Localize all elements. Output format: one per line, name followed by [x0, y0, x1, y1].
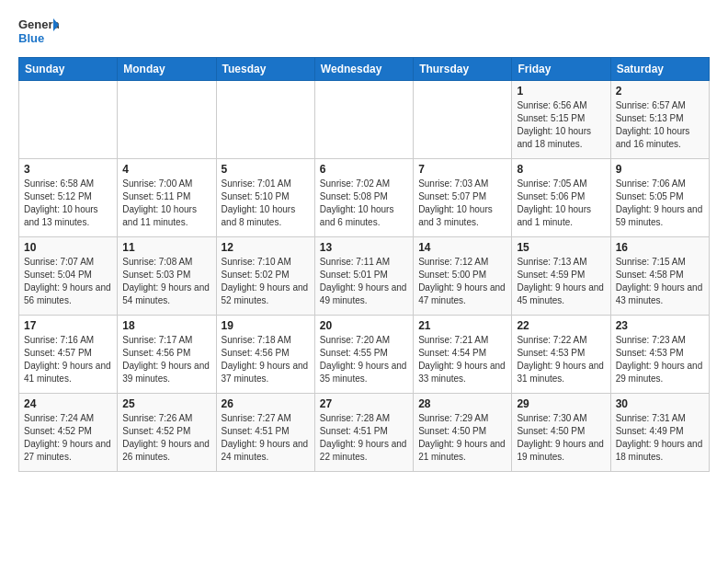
day-number: 16: [616, 241, 704, 254]
page: General Blue SundayMondayTuesdayWednesda…: [0, 0, 728, 481]
day-number: 15: [517, 241, 605, 254]
calendar-cell: 13Sunrise: 7:11 AMSunset: 5:01 PMDayligh…: [314, 237, 413, 316]
sunrise-text: Sunrise: 7:29 AM: [418, 413, 488, 423]
calendar-cell: 14Sunrise: 7:12 AMSunset: 5:00 PMDayligh…: [414, 237, 512, 316]
calendar-cell: 3Sunrise: 6:58 AMSunset: 5:12 PMDaylight…: [19, 159, 118, 237]
day-info: Sunrise: 7:23 AMSunset: 4:53 PMDaylight:…: [616, 334, 704, 385]
week-row-2: 3Sunrise: 6:58 AMSunset: 5:12 PMDaylight…: [19, 159, 710, 237]
svg-text:Blue: Blue: [18, 31, 44, 45]
day-number: 12: [222, 241, 310, 254]
daylight-text: Daylight: 10 hours and 3 minutes.: [418, 204, 493, 227]
calendar-cell: 1Sunrise: 6:56 AMSunset: 5:15 PMDaylight…: [512, 81, 610, 159]
day-info: Sunrise: 6:57 AMSunset: 5:13 PMDaylight:…: [616, 99, 704, 151]
calendar-cell: 11Sunrise: 7:08 AMSunset: 5:03 PMDayligh…: [118, 237, 216, 316]
day-number: 11: [122, 241, 210, 254]
calendar-cell: 9Sunrise: 7:06 AMSunset: 5:05 PMDaylight…: [610, 159, 709, 237]
daylight-text: Daylight: 9 hours and 18 minutes.: [616, 439, 703, 462]
sunset-text: Sunset: 4:55 PM: [320, 348, 388, 358]
calendar-body: 1Sunrise: 6:56 AMSunset: 5:15 PMDaylight…: [19, 81, 710, 472]
weekday-header-sunday: Sunday: [19, 58, 118, 81]
daylight-text: Daylight: 9 hours and 33 minutes.: [418, 361, 506, 384]
daylight-text: Daylight: 9 hours and 43 minutes.: [616, 282, 703, 305]
sunset-text: Sunset: 5:13 PM: [616, 113, 684, 123]
calendar-cell: 15Sunrise: 7:13 AMSunset: 4:59 PMDayligh…: [512, 237, 610, 316]
day-info: Sunrise: 7:20 AMSunset: 4:55 PMDaylight:…: [320, 334, 408, 385]
daylight-text: Daylight: 9 hours and 27 minutes.: [24, 439, 111, 462]
sunrise-text: Sunrise: 7:26 AM: [122, 413, 192, 423]
day-number: 24: [24, 397, 112, 410]
daylight-text: Daylight: 10 hours and 18 minutes.: [517, 126, 591, 149]
daylight-text: Daylight: 9 hours and 29 minutes.: [616, 361, 703, 384]
sunset-text: Sunset: 5:06 PM: [517, 191, 585, 201]
day-info: Sunrise: 7:18 AMSunset: 4:56 PMDaylight:…: [222, 334, 310, 385]
daylight-text: Daylight: 9 hours and 21 minutes.: [418, 439, 506, 462]
week-row-5: 24Sunrise: 7:24 AMSunset: 4:52 PMDayligh…: [19, 394, 710, 472]
daylight-text: Daylight: 9 hours and 35 minutes.: [320, 361, 407, 384]
calendar-cell: [314, 81, 413, 159]
weekday-header-thursday: Thursday: [414, 58, 512, 81]
daylight-text: Daylight: 9 hours and 22 minutes.: [320, 439, 407, 462]
weekday-header-monday: Monday: [118, 58, 216, 81]
calendar-cell: 4Sunrise: 7:00 AMSunset: 5:11 PMDaylight…: [118, 159, 216, 237]
calendar-cell: 30Sunrise: 7:31 AMSunset: 4:49 PMDayligh…: [610, 394, 709, 472]
sunset-text: Sunset: 4:56 PM: [122, 348, 190, 358]
sunset-text: Sunset: 5:12 PM: [24, 191, 92, 201]
sunset-text: Sunset: 5:01 PM: [320, 270, 388, 280]
daylight-text: Daylight: 9 hours and 41 minutes.: [24, 361, 111, 384]
calendar-cell: 22Sunrise: 7:22 AMSunset: 4:53 PMDayligh…: [512, 316, 610, 394]
daylight-text: Daylight: 10 hours and 13 minutes.: [24, 204, 98, 227]
daylight-text: Daylight: 10 hours and 11 minutes.: [122, 204, 197, 227]
calendar-cell: 24Sunrise: 7:24 AMSunset: 4:52 PMDayligh…: [19, 394, 118, 472]
sunrise-text: Sunrise: 6:57 AM: [616, 100, 686, 110]
day-info: Sunrise: 7:24 AMSunset: 4:52 PMDaylight:…: [24, 412, 112, 464]
calendar-cell: 21Sunrise: 7:21 AMSunset: 4:54 PMDayligh…: [414, 316, 512, 394]
daylight-text: Daylight: 9 hours and 59 minutes.: [616, 204, 703, 227]
sunrise-text: Sunrise: 7:22 AM: [517, 335, 586, 345]
calendar-cell: 2Sunrise: 6:57 AMSunset: 5:13 PMDaylight…: [610, 81, 709, 159]
day-info: Sunrise: 7:11 AMSunset: 5:01 PMDaylight:…: [320, 256, 408, 307]
daylight-text: Daylight: 10 hours and 8 minutes.: [222, 204, 296, 227]
day-number: 1: [517, 85, 605, 98]
day-info: Sunrise: 7:12 AMSunset: 5:00 PMDaylight:…: [418, 256, 506, 307]
weekday-header-friday: Friday: [512, 58, 610, 81]
calendar-cell: 19Sunrise: 7:18 AMSunset: 4:56 PMDayligh…: [216, 316, 314, 394]
sunset-text: Sunset: 5:11 PM: [122, 191, 190, 201]
daylight-text: Daylight: 9 hours and 37 minutes.: [222, 361, 309, 384]
daylight-text: Daylight: 9 hours and 47 minutes.: [418, 282, 506, 305]
day-info: Sunrise: 7:08 AMSunset: 5:03 PMDaylight:…: [122, 256, 210, 307]
day-number: 22: [517, 319, 605, 332]
sunrise-text: Sunrise: 7:28 AM: [320, 413, 390, 423]
calendar-cell: 12Sunrise: 7:10 AMSunset: 5:02 PMDayligh…: [216, 237, 314, 316]
calendar-cell: 5Sunrise: 7:01 AMSunset: 5:10 PMDaylight…: [216, 159, 314, 237]
header: General Blue: [18, 15, 710, 48]
day-info: Sunrise: 7:05 AMSunset: 5:06 PMDaylight:…: [517, 178, 605, 229]
calendar-cell: 7Sunrise: 7:03 AMSunset: 5:07 PMDaylight…: [414, 159, 512, 237]
day-number: 19: [222, 319, 310, 332]
sunset-text: Sunset: 4:50 PM: [418, 426, 486, 436]
sunrise-text: Sunrise: 7:21 AM: [418, 335, 488, 345]
day-number: 17: [24, 319, 112, 332]
day-number: 29: [517, 397, 605, 410]
day-info: Sunrise: 7:03 AMSunset: 5:07 PMDaylight:…: [418, 178, 506, 229]
sunrise-text: Sunrise: 7:07 AM: [24, 257, 94, 267]
daylight-text: Daylight: 9 hours and 39 minutes.: [122, 361, 210, 384]
sunrise-text: Sunrise: 7:31 AM: [616, 413, 686, 423]
day-info: Sunrise: 7:06 AMSunset: 5:05 PMDaylight:…: [616, 178, 704, 229]
sunset-text: Sunset: 4:52 PM: [122, 426, 190, 436]
sunrise-text: Sunrise: 7:23 AM: [616, 335, 686, 345]
sunrise-text: Sunrise: 7:06 AM: [616, 178, 686, 189]
sunrise-text: Sunrise: 7:27 AM: [222, 413, 291, 423]
day-number: 5: [222, 163, 310, 176]
day-info: Sunrise: 7:31 AMSunset: 4:49 PMDaylight:…: [616, 412, 704, 464]
sunrise-text: Sunrise: 7:11 AM: [320, 257, 390, 267]
sunset-text: Sunset: 5:15 PM: [517, 113, 585, 123]
day-info: Sunrise: 6:58 AMSunset: 5:12 PMDaylight:…: [24, 178, 112, 229]
weekday-header-wednesday: Wednesday: [314, 58, 413, 81]
sunrise-text: Sunrise: 7:15 AM: [616, 257, 686, 267]
day-number: 3: [24, 163, 112, 176]
calendar-cell: 23Sunrise: 7:23 AMSunset: 4:53 PMDayligh…: [610, 316, 709, 394]
day-number: 28: [418, 397, 506, 410]
day-number: 20: [320, 319, 408, 332]
sunset-text: Sunset: 4:51 PM: [320, 426, 388, 436]
day-number: 21: [418, 319, 506, 332]
